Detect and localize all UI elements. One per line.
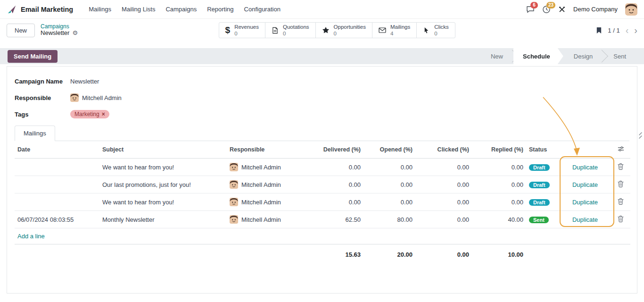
stage-sent[interactable]: Sent bbox=[603, 48, 636, 64]
col-opened[interactable]: Opened (%) bbox=[363, 141, 415, 159]
stat-button-opportunities[interactable]: Opportunities 0 bbox=[315, 22, 372, 38]
add-line-row: Add a line bbox=[15, 228, 630, 244]
dollar-icon: $ bbox=[225, 25, 231, 35]
delete-row-button[interactable] bbox=[611, 176, 630, 193]
add-a-line-link[interactable]: Add a line bbox=[17, 233, 45, 240]
action-gear-icon[interactable]: ⚙ bbox=[72, 30, 78, 37]
tag-remove-icon[interactable]: × bbox=[102, 111, 105, 117]
app-logo-icon bbox=[7, 4, 17, 15]
stat-button-clicks[interactable]: Clicks 0 bbox=[416, 22, 455, 38]
builder-tools-icon[interactable] bbox=[558, 6, 566, 13]
avatar-image bbox=[625, 3, 637, 16]
cell-status: Draft bbox=[526, 159, 559, 176]
user-avatar-icon bbox=[230, 215, 238, 224]
stage-design[interactable]: Design bbox=[563, 48, 603, 64]
cell-date: 06/07/2024 08:03:55 bbox=[15, 211, 99, 228]
menu-item-mailings[interactable]: Mailings bbox=[83, 2, 116, 16]
app-switcher[interactable]: Email Marketing bbox=[7, 4, 73, 15]
duplicate-button[interactable]: Duplicate bbox=[572, 199, 598, 206]
col-responsible[interactable]: Responsible bbox=[227, 141, 314, 159]
chevron-right-icon[interactable]: › bbox=[634, 25, 637, 35]
col-replied[interactable]: Replied (%) bbox=[472, 141, 526, 159]
stage-new[interactable]: New bbox=[480, 48, 513, 64]
total-clicked: 0.00 bbox=[415, 244, 472, 263]
tags-label: Tags bbox=[15, 111, 70, 118]
cell-replied: 40.00 bbox=[472, 211, 526, 228]
activities-badge: 23 bbox=[546, 2, 555, 8]
responsible-label: Responsible bbox=[15, 94, 70, 101]
total-replied: 10.00 bbox=[472, 244, 526, 263]
duplicate-button[interactable]: Duplicate bbox=[572, 216, 598, 223]
col-clicked[interactable]: Clicked (%) bbox=[415, 141, 472, 159]
menu-item-configuration[interactable]: Configuration bbox=[239, 2, 286, 16]
user-avatar-icon bbox=[70, 93, 79, 102]
menu-item-campaigns[interactable]: Campaigns bbox=[160, 2, 202, 16]
duplicate-button[interactable]: Duplicate bbox=[572, 164, 598, 171]
stat-buttons: $ Revenues 0 Quotations 0 bbox=[219, 22, 455, 38]
side-panel-toggle[interactable] bbox=[637, 131, 643, 145]
mailing-row[interactable]: We want to hear from you!Mitchell Admin0… bbox=[15, 159, 630, 176]
activities-icon[interactable]: 23 bbox=[542, 5, 551, 14]
menu-item-mailing-lists[interactable]: Mailing Lists bbox=[116, 2, 161, 16]
col-options bbox=[611, 141, 630, 159]
cell-opened: 0.00 bbox=[363, 193, 415, 211]
stage-pipeline: NewScheduleDesignSent bbox=[480, 48, 636, 64]
responsible-name: Mitchell Admin bbox=[82, 94, 122, 101]
tab-mailings[interactable]: Mailings bbox=[15, 126, 55, 141]
new-button[interactable]: New bbox=[7, 24, 35, 37]
stage-schedule[interactable]: Schedule bbox=[513, 48, 563, 64]
messages-badge: 6 bbox=[530, 2, 538, 8]
menu-item-reporting[interactable]: Reporting bbox=[202, 2, 239, 16]
user-menu-avatar[interactable] bbox=[625, 3, 637, 16]
col-delivered[interactable]: Delivered (%) bbox=[314, 141, 363, 159]
stat-label: Clicks bbox=[434, 24, 449, 30]
mailing-row[interactable]: Our last promotions, just for you!Mitche… bbox=[15, 176, 630, 193]
tag-marketing[interactable]: Marketing × bbox=[70, 110, 109, 118]
cell-opened: 0.00 bbox=[363, 176, 415, 193]
pager-count: 1 / 1 bbox=[608, 27, 619, 34]
optional-columns-toggle-icon[interactable] bbox=[618, 146, 624, 152]
campaign-name-label: Campaign Name bbox=[15, 78, 70, 85]
top-navbar: Email Marketing MailingsMailing ListsCam… bbox=[0, 0, 644, 19]
trash-icon[interactable] bbox=[618, 163, 624, 170]
messages-icon[interactable]: 6 bbox=[526, 5, 535, 14]
star-icon bbox=[322, 26, 330, 34]
cell-replied: 0.00 bbox=[472, 176, 526, 193]
trash-icon[interactable] bbox=[618, 215, 624, 222]
col-status[interactable]: Status bbox=[526, 141, 559, 159]
delete-row-button[interactable] bbox=[611, 193, 630, 211]
col-subject[interactable]: Subject bbox=[99, 141, 227, 159]
cell-replied: 0.00 bbox=[472, 159, 526, 176]
tag-text: Marketing bbox=[74, 111, 99, 117]
duplicate-button[interactable]: Duplicate bbox=[572, 181, 598, 188]
stat-button-revenues[interactable]: $ Revenues 0 bbox=[219, 22, 265, 38]
chevron-left-icon[interactable]: ‹ bbox=[626, 25, 629, 35]
field-campaign-name: Campaign Name Newsletter bbox=[15, 76, 629, 86]
breadcrumb-campaigns-link[interactable]: Campaigns bbox=[41, 24, 78, 30]
tools-icon bbox=[558, 6, 566, 13]
field-tags: Tags Marketing × bbox=[15, 109, 629, 119]
user-avatar-icon bbox=[230, 163, 238, 171]
mailing-row[interactable]: We want to hear from you!Mitchell Admin0… bbox=[15, 193, 630, 211]
status-badge: Sent bbox=[529, 217, 549, 223]
send-mailing-button[interactable]: Send Mailing bbox=[8, 50, 58, 63]
bookmark-icon[interactable] bbox=[596, 27, 602, 34]
app-name: Email Marketing bbox=[21, 6, 73, 13]
user-avatar-icon bbox=[230, 180, 238, 189]
cell-clicked: 0.00 bbox=[415, 176, 472, 193]
delete-row-button[interactable] bbox=[611, 211, 630, 228]
campaign-name-value[interactable]: Newsletter bbox=[70, 78, 99, 85]
stat-button-quotations[interactable]: Quotations 0 bbox=[265, 22, 316, 38]
mailing-row[interactable]: 06/07/2024 08:03:55Monthly NewsletterMit… bbox=[15, 211, 630, 228]
stat-button-mailings[interactable]: Mailings 4 bbox=[372, 22, 417, 38]
col-date[interactable]: Date bbox=[15, 141, 99, 159]
stat-label: Revenues bbox=[234, 24, 259, 30]
trash-icon[interactable] bbox=[618, 180, 624, 187]
cell-subject: We want to hear from you! bbox=[99, 193, 227, 211]
delete-row-button[interactable] bbox=[611, 159, 630, 176]
cell-status: Sent bbox=[526, 211, 559, 228]
responsible-value[interactable]: Mitchell Admin bbox=[70, 93, 122, 102]
company-name[interactable]: Demo Company bbox=[573, 6, 618, 13]
trash-icon[interactable] bbox=[618, 198, 624, 205]
cell-delivered: 62.50 bbox=[314, 211, 363, 228]
